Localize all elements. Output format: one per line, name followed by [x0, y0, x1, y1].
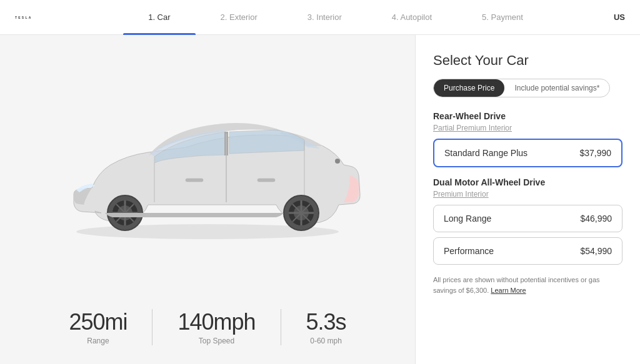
long-range-name: Long Range: [444, 214, 491, 224]
stat-range-label: Range: [87, 337, 109, 345]
learn-more-link[interactable]: Learn More: [491, 287, 526, 294]
potential-savings-button[interactable]: Include potential savings*: [504, 79, 609, 97]
performance-name: Performance: [444, 246, 494, 256]
left-panel: 250mi Range 140mph Top Speed 5.3s 0-60 m…: [0, 35, 415, 364]
long-range-option[interactable]: Long Range $46,990: [433, 205, 622, 232]
rwd-sub[interactable]: Partial Premium Interior: [433, 124, 622, 132]
awd-sub[interactable]: Premium Interior: [433, 190, 622, 199]
stat-accel-label: 0-60 mph: [310, 337, 342, 345]
stat-acceleration: 5.3s 0-60 mph: [281, 309, 371, 345]
car-stats: 250mi Range 140mph Top Speed 5.3s 0-60 m…: [44, 297, 371, 352]
nav-step-autopilot[interactable]: 4. Autopilot: [367, 0, 457, 35]
stat-range-value: 250mi: [69, 309, 127, 335]
price-toggle: Purchase Price Include potential savings…: [433, 79, 610, 97]
nav-step-car[interactable]: 1. Car: [123, 0, 195, 35]
stat-accel-value: 5.3s: [306, 309, 346, 335]
purchase-price-button[interactable]: Purchase Price: [434, 79, 504, 97]
disclaimer-text: All prices are shown without potential i…: [433, 275, 622, 295]
standard-range-name: Standard Range Plus: [444, 148, 528, 158]
svg-text:TESLA: TESLA: [15, 16, 32, 19]
standard-range-option[interactable]: Standard Range Plus $37,990: [433, 139, 622, 167]
right-panel: Select Your Car Purchase Price Include p…: [415, 35, 640, 364]
long-range-price: $46,990: [580, 214, 612, 224]
car-image: [45, 97, 370, 247]
main-layout: 250mi Range 140mph Top Speed 5.3s 0-60 m…: [0, 35, 640, 364]
nav-steps: 1. Car 2. Exterior 3. Interior 4. Autopi…: [65, 0, 606, 35]
nav-step-exterior[interactable]: 2. Exterior: [196, 0, 282, 35]
stat-range: 250mi Range: [44, 309, 152, 345]
header: TESLA 1. Car 2. Exterior 3. Interior 4. …: [0, 0, 640, 35]
section-title: Select Your Car: [433, 52, 622, 69]
nav-step-interior[interactable]: 3. Interior: [282, 0, 367, 35]
performance-price: $54,990: [580, 246, 612, 256]
car-image-area: [12, 47, 402, 297]
locale-button[interactable]: US: [606, 12, 625, 22]
stat-speed-label: Top Speed: [199, 337, 234, 345]
rwd-category: Rear-Wheel Drive: [433, 111, 622, 121]
awd-category: Dual Motor All-Wheel Drive: [433, 177, 622, 187]
rwd-section: Rear-Wheel Drive Partial Premium Interio…: [433, 111, 622, 167]
stat-speed-value: 140mph: [178, 309, 255, 335]
awd-section: Dual Motor All-Wheel Drive Premium Inter…: [433, 177, 622, 265]
svg-point-30: [335, 159, 340, 164]
tesla-logo: TESLA: [15, 12, 65, 22]
nav-step-payment[interactable]: 5. Payment: [457, 0, 548, 35]
standard-range-price: $37,990: [579, 148, 611, 158]
svg-rect-7: [258, 179, 275, 182]
stat-top-speed: 140mph Top Speed: [152, 309, 280, 345]
performance-option[interactable]: Performance $54,990: [433, 237, 622, 265]
svg-rect-6: [186, 179, 203, 182]
